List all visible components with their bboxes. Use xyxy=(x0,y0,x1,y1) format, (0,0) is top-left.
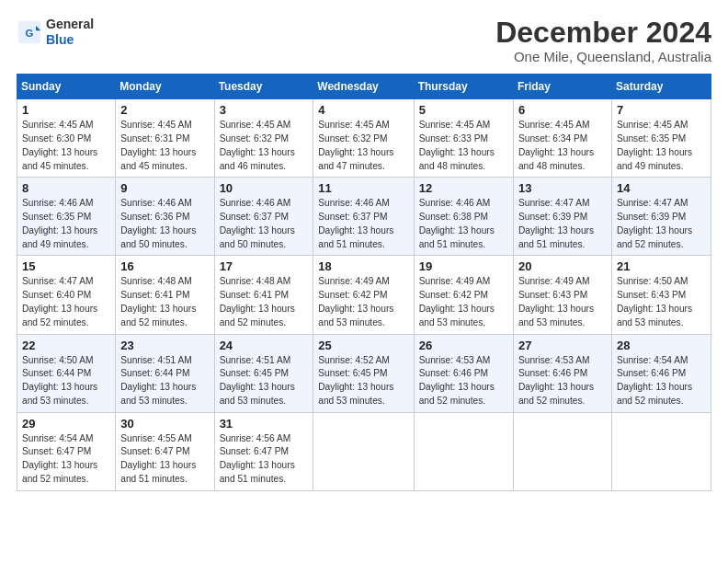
day-number: 17 xyxy=(220,259,309,273)
day-info: Sunrise: 4:54 AM Sunset: 6:46 PM Dayligh… xyxy=(617,354,706,408)
day-info: Sunrise: 4:56 AM Sunset: 6:47 PM Dayligh… xyxy=(220,432,309,487)
day-number: 15 xyxy=(22,259,110,273)
calendar-week-3: 15Sunrise: 4:47 AM Sunset: 6:40 PM Dayli… xyxy=(17,256,711,334)
header-friday: Friday xyxy=(513,75,611,99)
calendar-day-31: 31Sunrise: 4:56 AM Sunset: 6:47 PM Dayli… xyxy=(214,412,313,490)
day-info: Sunrise: 4:47 AM Sunset: 6:40 PM Dayligh… xyxy=(22,275,110,329)
calendar-day-3: 3Sunrise: 4:45 AM Sunset: 6:32 PM Daylig… xyxy=(214,99,313,178)
day-info: Sunrise: 4:48 AM Sunset: 6:41 PM Dayligh… xyxy=(120,275,209,329)
day-number: 25 xyxy=(318,339,408,352)
day-info: Sunrise: 4:53 AM Sunset: 6:46 PM Dayligh… xyxy=(419,354,508,408)
day-info: Sunrise: 4:55 AM Sunset: 6:47 PM Dayligh… xyxy=(120,432,209,487)
day-info: Sunrise: 4:47 AM Sunset: 6:39 PM Dayligh… xyxy=(518,197,607,251)
calendar-day-27: 27Sunrise: 4:53 AM Sunset: 6:46 PM Dayli… xyxy=(513,334,611,412)
calendar-week-1: 1Sunrise: 4:45 AM Sunset: 6:30 PM Daylig… xyxy=(17,99,711,178)
logo: G General Blue xyxy=(17,17,94,48)
day-number: 3 xyxy=(220,103,309,117)
day-number: 9 xyxy=(120,181,209,195)
day-info: Sunrise: 4:46 AM Sunset: 6:37 PM Dayligh… xyxy=(318,197,408,251)
calendar-day-4: 4Sunrise: 4:45 AM Sunset: 6:32 PM Daylig… xyxy=(313,99,414,178)
calendar-day-1: 1Sunrise: 4:45 AM Sunset: 6:30 PM Daylig… xyxy=(17,99,116,178)
day-number: 18 xyxy=(318,259,408,273)
calendar-day-30: 30Sunrise: 4:55 AM Sunset: 6:47 PM Dayli… xyxy=(116,412,214,490)
calendar-day-2: 2Sunrise: 4:45 AM Sunset: 6:31 PM Daylig… xyxy=(116,99,214,178)
calendar-day-19: 19Sunrise: 4:49 AM Sunset: 6:42 PM Dayli… xyxy=(414,256,513,334)
page: G General Blue December 2024 One Mile, Q… xyxy=(0,0,728,563)
day-info: Sunrise: 4:47 AM Sunset: 6:39 PM Dayligh… xyxy=(617,197,706,251)
header-sunday: Sunday xyxy=(17,75,116,99)
header-saturday: Saturday xyxy=(611,75,711,99)
day-number: 14 xyxy=(617,181,706,195)
calendar-day-7: 7Sunrise: 4:45 AM Sunset: 6:35 PM Daylig… xyxy=(611,99,711,178)
day-number: 19 xyxy=(419,259,508,273)
calendar-week-2: 8Sunrise: 4:46 AM Sunset: 6:35 PM Daylig… xyxy=(17,178,711,256)
day-info: Sunrise: 4:45 AM Sunset: 6:33 PM Dayligh… xyxy=(419,119,508,173)
day-number: 24 xyxy=(220,339,309,352)
day-info: Sunrise: 4:45 AM Sunset: 6:32 PM Dayligh… xyxy=(318,119,408,173)
day-info: Sunrise: 4:45 AM Sunset: 6:35 PM Dayligh… xyxy=(617,119,706,173)
empty-cell xyxy=(513,412,611,490)
calendar-day-5: 5Sunrise: 4:45 AM Sunset: 6:33 PM Daylig… xyxy=(414,99,513,178)
day-info: Sunrise: 4:50 AM Sunset: 6:43 PM Dayligh… xyxy=(617,275,706,329)
day-number: 16 xyxy=(120,259,209,273)
title-block: December 2024 One Mile, Queensland, Aust… xyxy=(495,17,711,64)
day-number: 21 xyxy=(617,259,706,273)
day-number: 7 xyxy=(617,103,706,117)
calendar-day-22: 22Sunrise: 4:50 AM Sunset: 6:44 PM Dayli… xyxy=(17,334,116,412)
calendar-day-18: 18Sunrise: 4:49 AM Sunset: 6:42 PM Dayli… xyxy=(313,256,414,334)
day-info: Sunrise: 4:46 AM Sunset: 6:36 PM Dayligh… xyxy=(120,197,209,251)
calendar-week-4: 22Sunrise: 4:50 AM Sunset: 6:44 PM Dayli… xyxy=(17,334,711,412)
calendar-day-11: 11Sunrise: 4:46 AM Sunset: 6:37 PM Dayli… xyxy=(313,178,414,256)
calendar-day-15: 15Sunrise: 4:47 AM Sunset: 6:40 PM Dayli… xyxy=(17,256,116,334)
day-info: Sunrise: 4:53 AM Sunset: 6:46 PM Dayligh… xyxy=(518,354,607,408)
day-number: 2 xyxy=(120,103,209,117)
calendar-day-21: 21Sunrise: 4:50 AM Sunset: 6:43 PM Dayli… xyxy=(611,256,711,334)
day-info: Sunrise: 4:45 AM Sunset: 6:31 PM Dayligh… xyxy=(120,119,209,173)
calendar-day-25: 25Sunrise: 4:52 AM Sunset: 6:45 PM Dayli… xyxy=(313,334,414,412)
calendar-day-10: 10Sunrise: 4:46 AM Sunset: 6:37 PM Dayli… xyxy=(214,178,313,256)
day-number: 22 xyxy=(22,339,110,352)
day-info: Sunrise: 4:51 AM Sunset: 6:44 PM Dayligh… xyxy=(120,354,209,408)
day-info: Sunrise: 4:54 AM Sunset: 6:47 PM Dayligh… xyxy=(22,432,110,487)
empty-cell xyxy=(313,412,414,490)
calendar-day-9: 9Sunrise: 4:46 AM Sunset: 6:36 PM Daylig… xyxy=(116,178,214,256)
day-info: Sunrise: 4:45 AM Sunset: 6:34 PM Dayligh… xyxy=(518,119,607,173)
calendar-day-8: 8Sunrise: 4:46 AM Sunset: 6:35 PM Daylig… xyxy=(17,178,116,256)
calendar-day-23: 23Sunrise: 4:51 AM Sunset: 6:44 PM Dayli… xyxy=(116,334,214,412)
day-number: 23 xyxy=(120,339,209,352)
day-info: Sunrise: 4:49 AM Sunset: 6:43 PM Dayligh… xyxy=(518,275,607,329)
calendar-week-5: 29Sunrise: 4:54 AM Sunset: 6:47 PM Dayli… xyxy=(17,412,711,490)
day-info: Sunrise: 4:49 AM Sunset: 6:42 PM Dayligh… xyxy=(419,275,508,329)
logo-icon: G xyxy=(17,19,42,45)
day-info: Sunrise: 4:50 AM Sunset: 6:44 PM Dayligh… xyxy=(22,354,110,408)
calendar-day-13: 13Sunrise: 4:47 AM Sunset: 6:39 PM Dayli… xyxy=(513,178,611,256)
calendar-day-24: 24Sunrise: 4:51 AM Sunset: 6:45 PM Dayli… xyxy=(214,334,313,412)
calendar-day-20: 20Sunrise: 4:49 AM Sunset: 6:43 PM Dayli… xyxy=(513,256,611,334)
calendar-day-26: 26Sunrise: 4:53 AM Sunset: 6:46 PM Dayli… xyxy=(414,334,513,412)
empty-cell xyxy=(414,412,513,490)
day-number: 6 xyxy=(518,103,607,117)
day-number: 31 xyxy=(220,417,309,431)
day-info: Sunrise: 4:48 AM Sunset: 6:41 PM Dayligh… xyxy=(220,275,309,329)
svg-text:G: G xyxy=(26,28,34,39)
calendar-day-14: 14Sunrise: 4:47 AM Sunset: 6:39 PM Dayli… xyxy=(611,178,711,256)
day-number: 11 xyxy=(318,181,408,195)
day-number: 4 xyxy=(318,103,408,117)
calendar-subtitle: One Mile, Queensland, Australia xyxy=(495,49,711,64)
day-info: Sunrise: 4:46 AM Sunset: 6:35 PM Dayligh… xyxy=(22,197,110,251)
day-info: Sunrise: 4:46 AM Sunset: 6:37 PM Dayligh… xyxy=(220,197,309,251)
calendar-day-17: 17Sunrise: 4:48 AM Sunset: 6:41 PM Dayli… xyxy=(214,256,313,334)
day-info: Sunrise: 4:46 AM Sunset: 6:38 PM Dayligh… xyxy=(419,197,508,251)
day-number: 27 xyxy=(518,339,607,352)
day-number: 10 xyxy=(220,181,309,195)
calendar-day-16: 16Sunrise: 4:48 AM Sunset: 6:41 PM Dayli… xyxy=(116,256,214,334)
header-thursday: Thursday xyxy=(414,75,513,99)
calendar-day-12: 12Sunrise: 4:46 AM Sunset: 6:38 PM Dayli… xyxy=(414,178,513,256)
calendar-header-row: SundayMondayTuesdayWednesdayThursdayFrid… xyxy=(17,75,711,99)
header-tuesday: Tuesday xyxy=(214,75,313,99)
day-number: 13 xyxy=(518,181,607,195)
empty-cell xyxy=(611,412,711,490)
day-info: Sunrise: 4:51 AM Sunset: 6:45 PM Dayligh… xyxy=(220,354,309,408)
day-number: 26 xyxy=(419,339,508,352)
calendar-day-6: 6Sunrise: 4:45 AM Sunset: 6:34 PM Daylig… xyxy=(513,99,611,178)
